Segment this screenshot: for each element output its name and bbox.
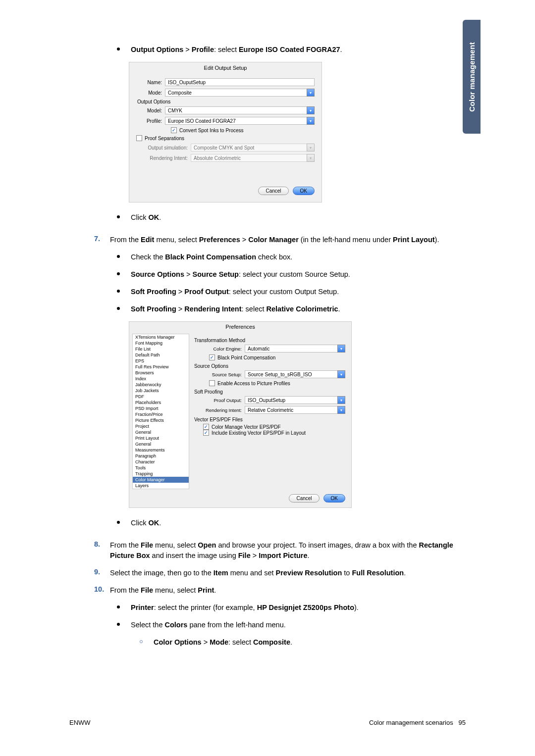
- profile-label: Profile:: [141, 118, 165, 124]
- sidebar-item[interactable]: Project: [133, 423, 189, 429]
- bullet-click-ok-1: Click OK.: [117, 212, 461, 223]
- sidebar-item[interactable]: Font Mapping: [133, 340, 189, 346]
- cancel-button[interactable]: Cancel: [289, 494, 319, 503]
- sidebar-item[interactable]: Character: [133, 459, 189, 465]
- bullet-bpc: Check the Black Point Compensation check…: [117, 252, 461, 262]
- source-setup-select[interactable]: Source Setup_to_sRGB_ISO ▾: [245, 370, 345, 378]
- bullet-dot-icon: [117, 623, 120, 626]
- include-existing-checkbox[interactable]: ✓ Include Existing Vector EPS/PDF in Lay…: [203, 430, 345, 436]
- sidebar-item[interactable]: File List: [133, 346, 189, 352]
- sidebar-item[interactable]: Browsers: [133, 370, 189, 376]
- model-label: Model:: [141, 108, 165, 113]
- sidebar-item[interactable]: Picture Effects: [133, 417, 189, 423]
- output-sim-label: Output simulation:: [141, 145, 191, 151]
- bullet-source-options: Source Options > Source Setup: select yo…: [117, 269, 461, 280]
- bullet-rendering-intent: Soft Proofing > Rendering Intent: select…: [117, 304, 461, 314]
- bpc-checkbox[interactable]: ✓ Black Point Compensation: [209, 354, 345, 360]
- chevron-down-icon: ▾: [337, 396, 345, 404]
- bullet-dot-icon: [117, 255, 120, 258]
- transformation-method-label: Transformation Method: [194, 338, 345, 343]
- sidebar-item[interactable]: Layers: [133, 483, 189, 489]
- preferences-dialog: Preferences XTensions ManagerFont Mappin…: [129, 321, 352, 508]
- dialog-title: Edit Output Setup: [129, 62, 321, 73]
- step-9: 9. Select the image, then go to the Item…: [94, 568, 461, 578]
- sidebar-item[interactable]: Full Res Preview: [133, 364, 189, 370]
- page-footer: ENWW Color management scenarios 95: [69, 719, 466, 726]
- proof-output-select[interactable]: ISO_OuputSetup ▾: [245, 396, 345, 404]
- bullet-dot-icon: [117, 605, 120, 608]
- soft-proofing-label: Soft Proofing: [194, 389, 345, 395]
- proof-output-label: Proof Output:: [199, 398, 245, 403]
- proof-separations-checkbox[interactable]: Proof Separations: [136, 135, 315, 141]
- chevron-down-icon: ▾: [337, 406, 345, 414]
- checkbox-checked-icon: ✓: [171, 127, 177, 133]
- mode-select[interactable]: Composite ▾: [165, 89, 315, 97]
- edit-output-setup-dialog: Edit Output Setup Name: ISO_OuputSetup M…: [129, 62, 322, 202]
- color-engine-select[interactable]: Automatic ▾: [245, 345, 345, 353]
- sidebar-item[interactable]: Tools: [133, 465, 189, 471]
- sidebar-item[interactable]: Trapping: [133, 471, 189, 477]
- sidebar-item[interactable]: Jabberwocky: [133, 382, 189, 388]
- bullet-dot-icon: [117, 521, 120, 524]
- sidebar-item[interactable]: Fraction/Price: [133, 411, 189, 417]
- footer-left: ENWW: [69, 719, 91, 726]
- chevron-down-icon: ▾: [337, 345, 345, 353]
- enable-access-checkbox[interactable]: Enable Access to Picture Profiles: [209, 380, 345, 386]
- chevron-down-icon: ▾: [307, 89, 315, 97]
- step-7: 7. From the Edit menu, select Preference…: [94, 235, 461, 245]
- chevron-down-icon: ▾: [307, 144, 315, 151]
- convert-checkbox[interactable]: ✓ Convert Spot Inks to Process: [171, 127, 315, 133]
- bullet-output-options: Output Options > Profile: select Europe …: [117, 45, 461, 55]
- chevron-down-icon: ▾: [307, 117, 315, 125]
- sidebar-item[interactable]: Index: [133, 376, 189, 382]
- sidebar-item[interactable]: XTensions Manager: [133, 334, 189, 340]
- profile-select[interactable]: Europe ISO Coated FOGRA27 ▾: [165, 117, 315, 125]
- dialog-title: Preferences: [129, 322, 351, 332]
- sidebar-item[interactable]: Default Path: [133, 352, 189, 358]
- sidebar-item[interactable]: EPS: [133, 358, 189, 364]
- vector-eps-label: Vector EPS/PDF Files: [194, 417, 345, 422]
- sidebar-item[interactable]: Paragraph: [133, 453, 189, 459]
- checkbox-checked-icon: ✓: [209, 354, 215, 360]
- rendering-intent-label: Rendering Intent:: [141, 155, 191, 161]
- rendering-intent-label: Rendering Intent:: [199, 407, 245, 413]
- bullet-dot-icon: [117, 272, 120, 275]
- checkbox-unchecked-icon: [136, 135, 142, 141]
- circle-bullet-icon: [140, 640, 143, 643]
- chevron-down-icon: ▾: [307, 154, 315, 162]
- bullet-text: Output Options > Profile: select Europe …: [131, 45, 342, 55]
- mode-label: Mode:: [136, 90, 165, 96]
- sidebar-item[interactable]: General: [133, 429, 189, 435]
- chevron-down-icon: ▾: [307, 106, 315, 114]
- rendering-intent-select[interactable]: Relative Colorimetric ▾: [245, 406, 345, 414]
- bullet-color-options-mode: Color Options > Mode: select Composite.: [140, 637, 461, 648]
- checkbox-checked-icon: ✓: [203, 424, 209, 430]
- source-options-label: Source Options: [194, 363, 345, 369]
- bullet-dot-icon: [117, 48, 120, 50]
- color-manage-vector-checkbox[interactable]: ✓ Color Manage Vector EPS/PDF: [203, 424, 345, 430]
- sidebar-item[interactable]: Print Layout: [133, 435, 189, 441]
- sidebar-item[interactable]: General: [133, 441, 189, 447]
- source-setup-label: Source Setup:: [199, 372, 245, 377]
- sidebar-item[interactable]: Placeholders: [133, 400, 189, 405]
- checkbox-unchecked-icon: [209, 380, 215, 386]
- sidebar-item[interactable]: Color Manager: [133, 477, 189, 483]
- chevron-down-icon: ▾: [337, 370, 345, 378]
- bullet-click-ok-2: Click OK.: [117, 518, 461, 528]
- side-tab: Color management: [463, 20, 481, 134]
- ok-button[interactable]: OK: [323, 494, 345, 503]
- sidebar-item[interactable]: PSD Import: [133, 405, 189, 411]
- color-engine-label: Color Engine:: [199, 346, 245, 352]
- preferences-sidebar-list[interactable]: XTensions ManagerFont MappingFile ListDe…: [132, 334, 189, 489]
- bullet-printer: Printer: select the printer (for example…: [117, 603, 461, 613]
- sidebar-item[interactable]: PDF: [133, 394, 189, 400]
- name-input[interactable]: ISO_OuputSetup: [165, 78, 315, 86]
- ok-button[interactable]: OK: [293, 187, 315, 195]
- sidebar-item[interactable]: Job Jackets: [133, 388, 189, 394]
- bullet-dot-icon: [117, 307, 120, 310]
- sidebar-item[interactable]: Measurements: [133, 447, 189, 453]
- bullet-proof-output: Soft Proofing > Proof Output: select you…: [117, 287, 461, 297]
- cancel-button[interactable]: Cancel: [258, 187, 288, 195]
- bullet-dot-icon: [117, 290, 120, 293]
- model-select[interactable]: CMYK ▾: [165, 106, 315, 114]
